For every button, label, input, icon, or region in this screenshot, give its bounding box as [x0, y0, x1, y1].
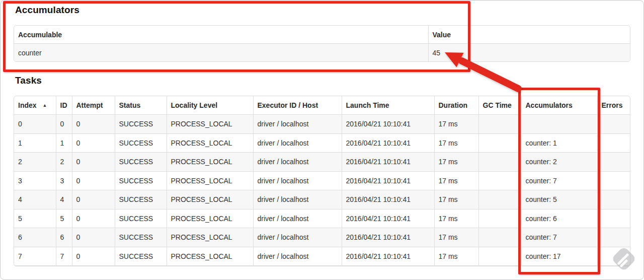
cell-index: 4: [14, 190, 56, 209]
cell-duration: 17 ms: [434, 247, 478, 266]
cell-locality-level: PROCESS_LOCAL: [167, 171, 253, 190]
cell-id: 7: [56, 247, 72, 266]
column-header-duration[interactable]: Duration: [434, 96, 478, 115]
cell-gc-time: [478, 190, 521, 209]
cell-status: SUCCESS: [115, 228, 167, 247]
cell-errors: [597, 209, 630, 228]
sort-ascending-icon: ▲: [43, 103, 47, 108]
cell-accumulators: counter: 17: [521, 247, 597, 266]
cell-status: SUCCESS: [115, 190, 167, 209]
cell-index: 6: [14, 228, 56, 247]
cell-errors: [597, 247, 630, 266]
column-header-accumulable[interactable]: Accumulable: [14, 26, 428, 44]
cell-errors: [597, 153, 630, 172]
cell-attempt: 0: [72, 153, 115, 172]
cell-status: SUCCESS: [115, 171, 167, 190]
column-header-attempt[interactable]: Attempt: [72, 96, 115, 115]
cell-executor-id-host: driver / localhost: [253, 133, 342, 153]
table-row: 6 6 0 SUCCESS PROCESS_LOCAL driver / loc…: [14, 228, 630, 247]
cell-id: 5: [56, 209, 72, 228]
accumulators-table: Accumulable Value counter 45: [14, 25, 630, 62]
cell-accumulators: [521, 115, 597, 134]
cell-id: 2: [56, 153, 72, 172]
cell-launch-time: 2016/04/21 10:10:41: [342, 209, 434, 228]
column-header-index-label: Index: [18, 101, 37, 109]
cell-index: 1: [14, 133, 56, 153]
cell-index: 3: [14, 171, 56, 190]
cell-gc-time: [478, 115, 521, 134]
accumulators-heading: Accumulators: [15, 5, 79, 16]
cell-id: 0: [56, 115, 72, 134]
column-header-status[interactable]: Status: [115, 96, 167, 115]
table-row: 4 4 0 SUCCESS PROCESS_LOCAL driver / loc…: [14, 190, 630, 209]
cell-executor-id-host: driver / localhost: [253, 247, 342, 266]
cell-errors: [597, 228, 630, 247]
cell-gc-time: [478, 133, 521, 153]
cell-executor-id-host: driver / localhost: [253, 153, 342, 172]
cell-id: 6: [56, 228, 72, 247]
column-header-accumulators[interactable]: Accumulators: [521, 96, 597, 115]
cell-duration: 17 ms: [434, 190, 478, 209]
cell-duration: 17 ms: [434, 228, 478, 247]
cell-launch-time: 2016/04/21 10:10:41: [342, 133, 434, 153]
cell-status: SUCCESS: [115, 153, 167, 172]
cell-id: 4: [56, 190, 72, 209]
table-row: 1 1 0 SUCCESS PROCESS_LOCAL driver / loc…: [14, 133, 630, 153]
cell-duration: 17 ms: [434, 115, 478, 134]
accumulator-row: counter 45: [14, 44, 630, 62]
table-row: 7 7 0 SUCCESS PROCESS_LOCAL driver / loc…: [14, 247, 630, 266]
cell-locality-level: PROCESS_LOCAL: [167, 133, 253, 153]
cell-duration: 17 ms: [434, 153, 478, 172]
cell-index: 5: [14, 209, 56, 228]
cell-locality-level: PROCESS_LOCAL: [167, 115, 253, 134]
table-row: 0 0 0 SUCCESS PROCESS_LOCAL driver / loc…: [14, 115, 630, 134]
cell-attempt: 0: [72, 133, 115, 153]
tasks-table: Index▲ ID Attempt Status Locality Level …: [14, 96, 630, 266]
cell-launch-time: 2016/04/21 10:10:41: [342, 228, 434, 247]
cell-id: 3: [56, 171, 72, 190]
table-row: 5 5 0 SUCCESS PROCESS_LOCAL driver / loc…: [14, 209, 630, 228]
cell-duration: 17 ms: [434, 171, 478, 190]
cell-accumulators: counter: 5: [521, 190, 597, 209]
cell-launch-time: 2016/04/21 10:10:41: [342, 247, 434, 266]
cell-attempt: 0: [72, 190, 115, 209]
column-header-id[interactable]: ID: [56, 96, 72, 115]
cell-attempt: 0: [72, 171, 115, 190]
cell-locality-level: PROCESS_LOCAL: [167, 153, 253, 172]
column-header-locality-level[interactable]: Locality Level: [167, 96, 253, 115]
column-header-gc-time[interactable]: GC Time: [478, 96, 521, 115]
column-header-executor-id-host[interactable]: Executor ID / Host: [253, 96, 342, 115]
cell-attempt: 0: [72, 209, 115, 228]
accumulators-header-row: Accumulable Value: [14, 26, 630, 44]
cell-locality-level: PROCESS_LOCAL: [167, 209, 253, 228]
cell-gc-time: [478, 171, 521, 190]
cell-gc-time: [478, 153, 521, 172]
cell-errors: [597, 171, 630, 190]
cell-gc-time: [478, 209, 521, 228]
cell-launch-time: 2016/04/21 10:10:41: [342, 153, 434, 172]
column-header-launch-time[interactable]: Launch Time: [342, 96, 434, 115]
cell-executor-id-host: driver / localhost: [253, 171, 342, 190]
cell-duration: 17 ms: [434, 133, 478, 153]
cell-status: SUCCESS: [115, 133, 167, 153]
table-row: 3 3 0 SUCCESS PROCESS_LOCAL driver / loc…: [14, 171, 630, 190]
cell-index: 0: [14, 115, 56, 134]
column-header-errors[interactable]: Errors: [597, 96, 630, 115]
cell-id: 1: [56, 133, 72, 153]
cell-executor-id-host: driver / localhost: [253, 209, 342, 228]
cell-accumulators: counter: 1: [521, 133, 597, 153]
cell-accumulable-value: 45: [428, 44, 630, 62]
tasks-header-row: Index▲ ID Attempt Status Locality Level …: [14, 96, 630, 115]
table-row: 2 2 0 SUCCESS PROCESS_LOCAL driver / loc…: [14, 153, 630, 172]
cell-accumulators: counter: 7: [521, 171, 597, 190]
cell-errors: [597, 115, 630, 134]
column-header-value[interactable]: Value: [428, 26, 630, 44]
cell-gc-time: [478, 228, 521, 247]
cell-launch-time: 2016/04/21 10:10:41: [342, 171, 434, 190]
cell-accumulators: counter: 2: [521, 153, 597, 172]
cell-status: SUCCESS: [115, 247, 167, 266]
cell-errors: [597, 133, 630, 153]
column-header-index[interactable]: Index▲: [14, 96, 56, 115]
cell-executor-id-host: driver / localhost: [253, 115, 342, 134]
cell-attempt: 0: [72, 115, 115, 134]
